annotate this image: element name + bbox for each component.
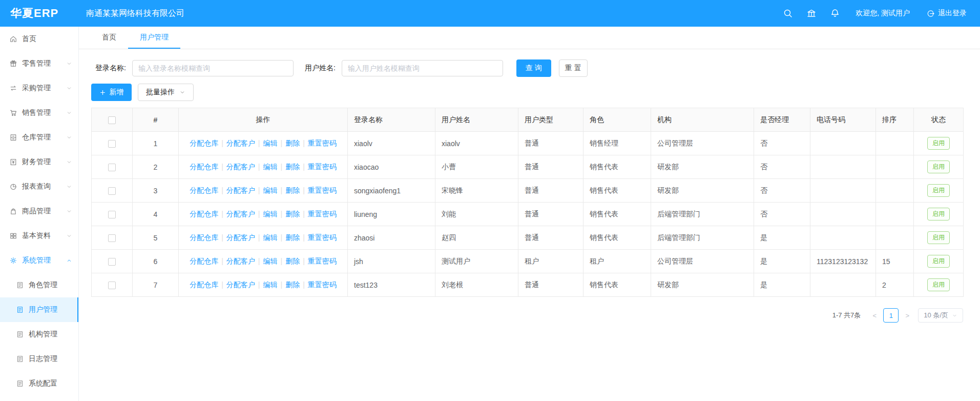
action-assign-warehouse-link[interactable]: 分配仓库 xyxy=(190,280,218,289)
cell-login-name: zhaosi xyxy=(348,226,435,250)
action-assign-customer-link[interactable]: 分配客户 xyxy=(226,139,255,147)
action-reset-password-link[interactable]: 重置密码 xyxy=(308,163,337,171)
cell-is-manager: 否 xyxy=(754,179,810,203)
page-size-select[interactable]: 10 条/页 xyxy=(918,308,963,323)
sidebar-item-4[interactable]: 仓库管理 xyxy=(0,125,78,150)
action-assign-customer-link[interactable]: 分配客户 xyxy=(226,210,255,218)
cell-user-type: 租户 xyxy=(518,250,583,273)
chevron-down-icon xyxy=(66,208,72,214)
action-delete-link[interactable]: 删除 xyxy=(285,257,300,265)
status-badge[interactable]: 启用 xyxy=(927,255,950,268)
row-checkbox[interactable] xyxy=(108,234,116,242)
action-assign-warehouse-link[interactable]: 分配仓库 xyxy=(190,233,218,242)
select-all-checkbox[interactable] xyxy=(108,116,116,124)
tab-home[interactable]: 首页 xyxy=(90,27,128,49)
row-checkbox[interactable] xyxy=(108,187,116,195)
row-checkbox[interactable] xyxy=(108,211,116,218)
sidebar-item-5[interactable]: 财务管理 xyxy=(0,150,78,174)
search-icon[interactable] xyxy=(783,8,793,18)
login-name-input[interactable] xyxy=(132,60,294,76)
action-edit-link[interactable]: 编辑 xyxy=(263,186,278,194)
cell-status: 启用 xyxy=(914,250,964,273)
row-checkbox[interactable] xyxy=(108,164,116,171)
user-name-input[interactable] xyxy=(342,60,503,76)
action-delete-link[interactable]: 删除 xyxy=(285,210,300,218)
action-reset-password-link[interactable]: 重置密码 xyxy=(308,186,337,194)
cell-login-name: xiaocao xyxy=(348,155,435,179)
action-delete-link[interactable]: 删除 xyxy=(285,280,300,289)
chevron-down-icon xyxy=(66,159,72,165)
action-assign-warehouse-link[interactable]: 分配仓库 xyxy=(190,163,218,171)
batch-actions-button[interactable]: 批量操作 xyxy=(138,84,194,101)
sidebar-item-6[interactable]: 报表查询 xyxy=(0,174,78,199)
sidebar-item-2[interactable]: 采购管理 xyxy=(0,76,78,101)
sidebar-item-9[interactable]: 系统管理 xyxy=(0,248,78,273)
action-edit-link[interactable]: 编辑 xyxy=(263,233,278,242)
next-page-button[interactable]: > xyxy=(901,308,914,323)
action-assign-customer-link[interactable]: 分配客户 xyxy=(226,163,255,171)
status-badge[interactable]: 启用 xyxy=(927,137,950,150)
sidebar-item-8[interactable]: 基本资料 xyxy=(0,224,78,248)
action-delete-link[interactable]: 删除 xyxy=(285,139,300,147)
bell-icon[interactable] xyxy=(830,8,840,18)
sidebar-subitem-label: 角色管理 xyxy=(29,280,57,290)
action-edit-link[interactable]: 编辑 xyxy=(263,139,278,147)
action-assign-customer-link[interactable]: 分配客户 xyxy=(226,257,255,265)
sidebar-item-label: 首页 xyxy=(22,34,36,44)
action-assign-customer-link[interactable]: 分配客户 xyxy=(226,186,255,194)
action-assign-warehouse-link[interactable]: 分配仓库 xyxy=(190,186,218,194)
sidebar-item-3[interactable]: 销售管理 xyxy=(0,101,78,125)
cell-actions: 分配仓库|分配客户|编辑|删除|重置密码 xyxy=(179,132,348,155)
action-assign-warehouse-link[interactable]: 分配仓库 xyxy=(190,257,218,265)
cell-organization: 研发部 xyxy=(651,273,754,297)
action-assign-warehouse-link[interactable]: 分配仓库 xyxy=(190,210,218,218)
sidebar-subitem-1[interactable]: 用户管理 xyxy=(0,297,78,322)
add-button[interactable]: 新增 xyxy=(91,84,132,101)
sidebar-item-7[interactable]: 商品管理 xyxy=(0,199,78,224)
action-edit-link[interactable]: 编辑 xyxy=(263,210,278,218)
action-delete-link[interactable]: 删除 xyxy=(285,233,300,242)
action-assign-customer-link[interactable]: 分配客户 xyxy=(226,280,255,289)
action-edit-link[interactable]: 编辑 xyxy=(263,163,278,171)
bank-icon[interactable] xyxy=(806,8,817,18)
report-icon xyxy=(9,183,17,191)
action-reset-password-link[interactable]: 重置密码 xyxy=(308,210,337,218)
divider: | xyxy=(281,280,283,289)
cell-phone: 1123123123132 xyxy=(810,250,876,273)
sidebar-item-1[interactable]: 零售管理 xyxy=(0,51,78,76)
action-reset-password-link[interactable]: 重置密码 xyxy=(308,139,337,147)
action-assign-warehouse-link[interactable]: 分配仓库 xyxy=(190,139,218,147)
row-checkbox[interactable] xyxy=(108,140,116,148)
status-badge[interactable]: 启用 xyxy=(927,161,950,173)
sidebar-subitem-4[interactable]: 系统配置 xyxy=(0,371,78,396)
sidebar-item-0[interactable]: 首页 xyxy=(0,27,78,51)
query-button[interactable]: 查 询 xyxy=(516,59,551,77)
action-delete-link[interactable]: 删除 xyxy=(285,186,300,194)
sidebar-subitem-3[interactable]: 日志管理 xyxy=(0,347,78,371)
cell-checkbox xyxy=(92,203,133,226)
reset-button[interactable]: 重 置 xyxy=(559,59,588,77)
action-reset-password-link[interactable]: 重置密码 xyxy=(308,257,337,265)
action-edit-link[interactable]: 编辑 xyxy=(263,257,278,265)
sidebar-subitem-2[interactable]: 机构管理 xyxy=(0,322,78,347)
status-badge[interactable]: 启用 xyxy=(927,278,950,291)
company-name: 南通某某网络科技有限公司 xyxy=(86,8,184,19)
action-edit-link[interactable]: 编辑 xyxy=(263,280,278,289)
status-badge[interactable]: 启用 xyxy=(927,231,950,244)
current-page-button[interactable]: 1 xyxy=(883,308,899,323)
divider: | xyxy=(258,139,260,147)
status-badge[interactable]: 启用 xyxy=(927,184,950,197)
action-delete-link[interactable]: 删除 xyxy=(285,163,300,171)
row-checkbox[interactable] xyxy=(108,282,116,289)
prev-page-button[interactable]: < xyxy=(868,308,881,323)
action-assign-customer-link[interactable]: 分配客户 xyxy=(226,233,255,242)
action-reset-password-link[interactable]: 重置密码 xyxy=(308,280,337,289)
logout-button[interactable]: 退出登录 xyxy=(926,9,967,18)
status-badge[interactable]: 启用 xyxy=(927,208,950,220)
cell-user-type: 普通 xyxy=(518,132,583,155)
sidebar-subitem-0[interactable]: 角色管理 xyxy=(0,273,78,297)
row-checkbox[interactable] xyxy=(108,258,116,266)
tab-user-management[interactable]: 用户管理 xyxy=(128,27,180,49)
action-reset-password-link[interactable]: 重置密码 xyxy=(308,233,337,242)
column-header-4: 用户类型 xyxy=(518,108,583,132)
